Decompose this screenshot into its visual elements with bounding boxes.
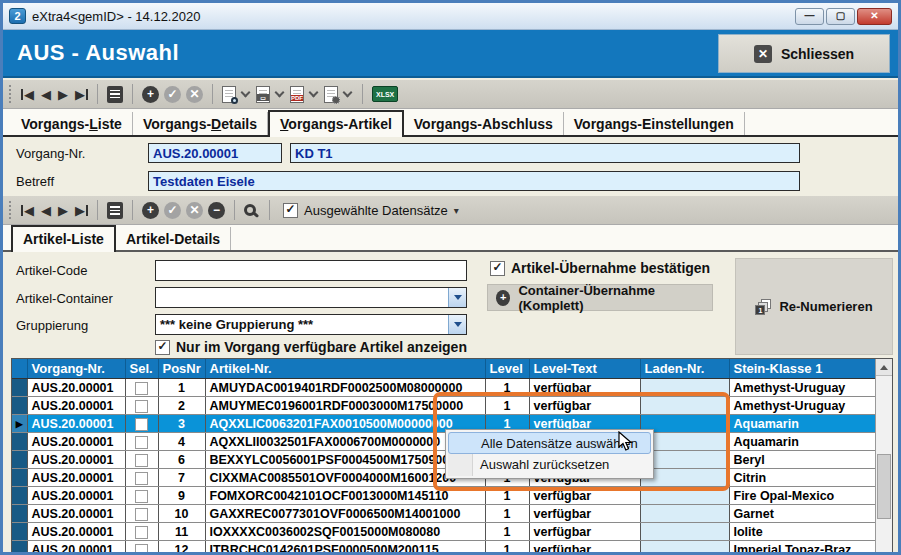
report-settings-icon[interactable]: [324, 86, 338, 103]
col-stein-klasse[interactable]: Stein-Klasse 1: [729, 359, 876, 379]
renumerieren-button[interactable]: 1 Re-Numerieren: [735, 258, 893, 355]
cancel-record-button[interactable]: ✕: [186, 202, 203, 219]
menu-item-auswahl-zuruecksetzen[interactable]: Auswahl zurücksetzen: [448, 454, 651, 476]
minimize-button[interactable]: —: [795, 8, 824, 25]
gruppierung-select[interactable]: *** keine Gruppierung ***: [155, 314, 467, 335]
xlsx-export-icon[interactable]: XLSX: [372, 86, 398, 102]
cell-sel[interactable]: [125, 469, 158, 487]
close-button[interactable]: ✕: [857, 8, 892, 25]
cell-sel[interactable]: [125, 505, 158, 523]
first-record-button[interactable]: ◀: [21, 202, 35, 219]
list-view-icon[interactable]: [107, 202, 123, 219]
table-row[interactable]: AUS.20.000016BEXXYLC0056001PSF0004500M17…: [12, 451, 876, 469]
selected-records-toggle[interactable]: Ausgewählte Datensätze ▾: [283, 203, 459, 218]
report-dropdown-icon[interactable]: [343, 88, 353, 98]
printer-icon[interactable]: ▭: [256, 86, 270, 103]
cell-sel[interactable]: [125, 523, 158, 541]
row-select-checkbox[interactable]: [135, 490, 148, 503]
cell-sel[interactable]: [125, 541, 158, 555]
table-row[interactable]: AUS.20.0000112ITBRCHC0142601PSF0000500M2…: [12, 541, 876, 555]
artikel-container-select[interactable]: [155, 287, 467, 308]
cell-sel[interactable]: [125, 451, 158, 469]
add-record-button[interactable]: +: [142, 86, 159, 103]
tab-vorgangs-abschluss[interactable]: Vorgangs-Abschluss: [404, 112, 564, 135]
uebernahme-toggle[interactable]: Artikel-Übernahme bestätigen: [490, 260, 710, 276]
tab-vorgangs-artikel[interactable]: Vorgangs-Artikel: [268, 110, 404, 137]
cell-sel[interactable]: [125, 487, 158, 505]
table-row[interactable]: AUS.20.000019FOMXORC0042101OCF0013000M14…: [12, 487, 876, 505]
col-level-text[interactable]: Level-Text: [529, 359, 640, 379]
table-row[interactable]: AUS.20.000011AMUYDAC0019401RDF0002500M08…: [12, 379, 876, 397]
table-row[interactable]: AUS.20.0000110GAXXREC0077301OVF0006500M1…: [12, 505, 876, 523]
print-dropdown-icon[interactable]: [275, 88, 285, 98]
row-select-checkbox[interactable]: [135, 454, 148, 467]
cell-sel[interactable]: [125, 397, 158, 415]
add-record-button[interactable]: +: [142, 202, 159, 219]
row-select-checkbox[interactable]: [135, 544, 148, 555]
table-row[interactable]: AUS.20.000014AQXXLII0032501FAX0006700M00…: [12, 433, 876, 451]
row-select-checkbox[interactable]: [135, 508, 148, 521]
row-select-checkbox[interactable]: [135, 418, 148, 431]
combo-arrow-icon[interactable]: [448, 315, 466, 334]
nur-verfuegbare-toggle[interactable]: Nur im Vorgang verfügbare Artikel anzeig…: [155, 339, 467, 355]
betreff-field[interactable]: Testdaten Eisele: [148, 171, 800, 191]
nur-verfuegbare-checkbox[interactable]: [155, 340, 170, 355]
pdf-export-icon[interactable]: PDF: [290, 86, 304, 103]
list-view-icon[interactable]: [107, 86, 123, 103]
table-row[interactable]: AUS.20.000012AMUYMEC0196001RDF0003000M17…: [12, 397, 876, 415]
row-select-checkbox[interactable]: [135, 400, 148, 413]
maximize-button[interactable]: ▢: [826, 8, 855, 25]
pdf-dropdown-icon[interactable]: [309, 88, 319, 98]
next-record-button[interactable]: ▶: [57, 86, 69, 103]
row-select-checkbox[interactable]: [135, 382, 148, 395]
preview-dropdown-icon[interactable]: [241, 88, 251, 98]
cell-sel[interactable]: [125, 415, 158, 433]
first-record-button[interactable]: ◀: [21, 86, 35, 103]
remove-record-button[interactable]: −: [208, 202, 225, 219]
previous-record-button[interactable]: ◀: [40, 202, 52, 219]
toolbar-grip[interactable]: [9, 201, 13, 219]
tab-vorgangs-details[interactable]: Vorgangs-Details: [133, 112, 268, 135]
tab-artikel-details[interactable]: Artikel-Details: [116, 227, 231, 250]
tab-vorgangs-liste[interactable]: Vorgangs-Liste: [11, 112, 133, 135]
table-row[interactable]: AUS.20.000017CIXXMAC0085501OVF0004000M16…: [12, 469, 876, 487]
table-row[interactable]: AUS.20.0000111IOXXXXC0036002SQF0015000M0…: [12, 523, 876, 541]
confirm-record-button[interactable]: ✓: [164, 86, 181, 103]
col-laden-nr[interactable]: Laden-Nr.: [640, 359, 729, 379]
col-sel[interactable]: Sel.: [125, 359, 158, 379]
kd-field[interactable]: KD T1: [290, 143, 800, 163]
row-select-checkbox[interactable]: [135, 436, 148, 449]
cancel-record-button[interactable]: ✕: [186, 86, 203, 103]
uebernahme-checkbox[interactable]: [490, 261, 505, 276]
last-record-button[interactable]: ▶: [74, 86, 88, 103]
tab-vorgangs-einstellungen[interactable]: Vorgangs-Einstellungen: [564, 112, 745, 135]
scrollbar-thumb[interactable]: [877, 454, 891, 519]
col-vorgang-nr[interactable]: Vorgang-Nr.: [27, 359, 125, 379]
selected-records-checkbox[interactable]: [283, 203, 298, 218]
next-record-button[interactable]: ▶: [57, 202, 69, 219]
scroll-up-icon[interactable]: [876, 359, 892, 376]
container-uebernahme-button[interactable]: + Container-Übernahme (Komplett): [487, 284, 713, 311]
print-preview-icon[interactable]: [222, 86, 236, 103]
cell-sel[interactable]: [125, 379, 158, 397]
vorgang-nr-field[interactable]: AUS.20.00001: [148, 143, 282, 163]
schliessen-button[interactable]: ✕ Schliessen: [718, 34, 890, 73]
cell-sel[interactable]: [125, 433, 158, 451]
row-select-checkbox[interactable]: [135, 526, 148, 539]
artikel-code-input[interactable]: [155, 260, 467, 281]
chevron-down-icon[interactable]: ▾: [454, 205, 459, 216]
col-level[interactable]: Level: [485, 359, 529, 379]
col-artikel-nr[interactable]: Artikel-Nr.: [205, 359, 485, 379]
vertical-scrollbar[interactable]: [875, 359, 892, 552]
combo-arrow-icon[interactable]: [448, 288, 466, 307]
previous-record-button[interactable]: ◀: [40, 86, 52, 103]
tab-artikel-liste[interactable]: Artikel-Liste: [11, 225, 116, 252]
last-record-button[interactable]: ▶: [74, 202, 88, 219]
col-posnr[interactable]: PosNr: [158, 359, 205, 379]
search-icon[interactable]: [244, 204, 256, 216]
toolbar-grip[interactable]: [9, 85, 13, 103]
row-select-checkbox[interactable]: [135, 472, 148, 485]
row-pointer-cell: [12, 433, 27, 451]
confirm-record-button[interactable]: ✓: [164, 202, 181, 219]
table-row[interactable]: ▶AUS.20.000013AQXXLIC0063201FAX0010500M0…: [12, 415, 876, 433]
